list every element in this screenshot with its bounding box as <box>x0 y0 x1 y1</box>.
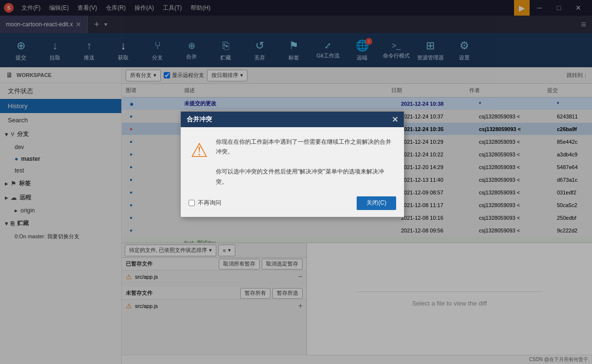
dont-ask-again-checkbox[interactable]: 不再询问 <box>189 199 221 207</box>
dont-ask-check[interactable] <box>189 200 195 206</box>
modal-line1: 你现在在你的工作副本中遇到了一些需要在继续工作之前解决的合并冲突。 <box>216 137 394 157</box>
dont-ask-label: 不再询问 <box>198 199 221 207</box>
modal-overlay: 合并冲突 ✕ ⚠ 你现在在你的工作副本中遇到了一些需要在继续工作之前解决的合并冲… <box>0 0 592 364</box>
modal-message: 你现在在你的工作副本中遇到了一些需要在继续工作之前解决的合并冲突。 你可以选中冲… <box>216 137 394 187</box>
modal-line2: 你可以选中冲突的文件然后使用"解决冲突"菜单中的选项来解决冲突。 <box>216 167 394 187</box>
merge-conflict-modal: 合并冲突 ✕ ⚠ 你现在在你的工作副本中遇到了一些需要在继续工作之前解决的合并冲… <box>180 111 404 217</box>
modal-close-x-button[interactable]: ✕ <box>392 115 398 124</box>
modal-close-button[interactable]: 关闭(C) <box>357 196 396 210</box>
modal-title: 合并冲突 <box>187 115 212 124</box>
modal-warning-triangle-icon: ⚠ <box>191 139 208 187</box>
modal-body: ⚠ 你现在在你的工作副本中遇到了一些需要在继续工作之前解决的合并冲突。 你可以选… <box>181 127 404 192</box>
modal-footer: 不再询问 关闭(C) <box>181 192 404 217</box>
modal-title-bar: 合并冲突 ✕ <box>181 112 404 127</box>
